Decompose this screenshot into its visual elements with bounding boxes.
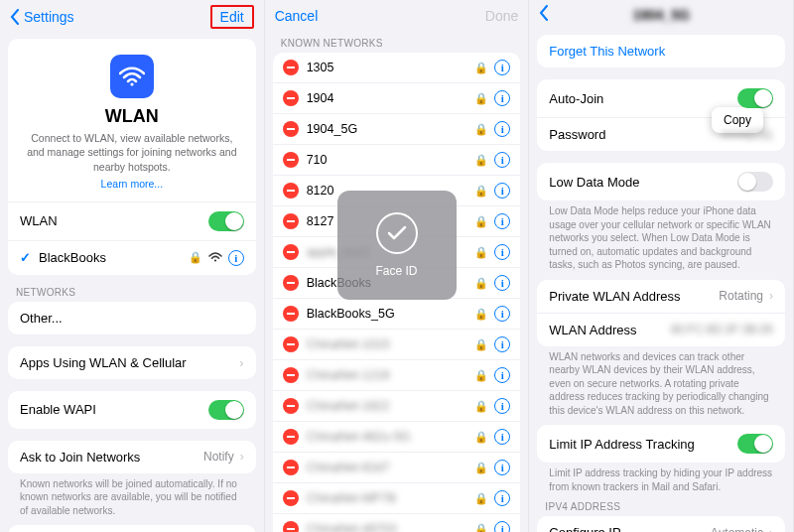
nav-bar: Cancel Done	[265, 0, 529, 32]
back-settings-button[interactable]: Settings	[10, 9, 74, 25]
info-icon[interactable]: i	[494, 152, 510, 168]
settings-wlan-panel: Settings Edit WLAN Connect to WLAN, view…	[0, 0, 265, 532]
lock-icon: 🔒	[474, 215, 488, 228]
known-network-row[interactable]: 1904🔒i	[273, 82, 521, 113]
known-network-row[interactable]: ChinaNet-MP7B🔒i	[273, 482, 521, 513]
limit-ip-toggle[interactable]	[737, 434, 773, 454]
wlan-hero-card: WLAN Connect to WLAN, view available net…	[8, 39, 256, 275]
faceid-check-icon	[376, 212, 418, 254]
known-network-row[interactable]: BlackBooks_5G🔒i	[273, 298, 521, 329]
auto-join-hotspot-row[interactable]: Auto-Join Hotspot Ask to Join ›	[8, 525, 256, 532]
info-icon[interactable]: i	[494, 213, 510, 229]
ask-to-join-row[interactable]: Ask to Join Networks Notify ›	[8, 441, 256, 473]
connected-network-name: BlackBooks	[39, 250, 106, 265]
auto-join-toggle[interactable]	[737, 88, 773, 108]
delete-icon[interactable]	[283, 60, 299, 75]
info-icon[interactable]: i	[494, 306, 510, 322]
info-icon[interactable]: i	[494, 367, 510, 383]
delete-icon[interactable]	[283, 90, 299, 106]
cancel-button[interactable]: Cancel	[275, 8, 319, 24]
delete-icon[interactable]	[283, 367, 299, 383]
known-network-row[interactable]: ChinaNet-48703🔒i	[273, 513, 521, 532]
low-data-toggle[interactable]	[737, 172, 773, 192]
ipv4-header: IPV4 ADDRESS	[537, 501, 785, 516]
lock-icon: 🔒	[474, 62, 488, 74]
configure-ip-row[interactable]: Configure IP Automatic›	[537, 516, 785, 532]
lock-icon: 🔒	[474, 369, 488, 382]
lock-icon: 🔒	[474, 277, 488, 290]
known-network-row[interactable]: ChinaNet-1218🔒i	[273, 359, 521, 390]
apps-using-wlan-row[interactable]: Apps Using WLAN & Cellular ›	[8, 346, 256, 379]
delete-icon[interactable]	[283, 121, 299, 137]
learn-more-link[interactable]: Learn more...	[101, 178, 163, 190]
delete-icon[interactable]	[283, 306, 299, 322]
limit-ip-tracking-row: Limit IP Address Tracking	[537, 425, 785, 463]
known-network-row[interactable]: ChinaNet-462u-5G🔒i	[273, 421, 521, 452]
network-name: ChinaNet-1015	[307, 337, 390, 351]
info-icon[interactable]: i	[494, 398, 510, 414]
delete-icon[interactable]	[283, 213, 299, 229]
other-label: Other...	[20, 311, 63, 326]
network-name: 8127	[307, 214, 334, 228]
known-network-row[interactable]: 710🔒i	[273, 144, 521, 175]
network-name: BlackBooks_5G	[307, 307, 395, 321]
low-data-label: Low Data Mode	[549, 175, 639, 190]
network-name: ChinaNet-48703	[307, 522, 397, 532]
info-icon[interactable]: i	[494, 60, 510, 75]
checkmark-icon: ✓	[20, 250, 31, 265]
wlan-toggle[interactable]	[208, 211, 244, 231]
wlan-toggle-row: WLAN	[8, 201, 256, 240]
delete-icon[interactable]	[283, 398, 299, 414]
forget-network-row[interactable]: Forget This Network	[537, 35, 785, 67]
delete-icon[interactable]	[283, 490, 299, 506]
network-name: ChinaNet-82d7	[307, 461, 390, 474]
network-name: 1904_5G	[307, 122, 357, 136]
lock-icon: 🔒	[474, 92, 488, 105]
delete-icon[interactable]	[283, 460, 299, 475]
faceid-label: Face ID	[375, 264, 417, 278]
low-data-mode-row: Low Data Mode	[537, 163, 785, 200]
wifi-signal-icon	[208, 251, 222, 265]
connected-network-row[interactable]: ✓ BlackBooks 🔒 i	[8, 240, 256, 275]
info-icon[interactable]: i	[494, 183, 510, 199]
back-button[interactable]	[539, 5, 549, 24]
info-icon[interactable]: i	[228, 250, 244, 266]
info-icon[interactable]: i	[494, 90, 510, 106]
network-name: ChinaNet-462u-5G	[307, 430, 411, 444]
known-network-row[interactable]: 1305🔒i	[273, 53, 521, 82]
wlan-address-help: WLAN networks and devices can track othe…	[537, 350, 785, 426]
private-wlan-address-row[interactable]: Private WLAN Address Rotating›	[537, 280, 785, 313]
other-network-row[interactable]: Other...	[8, 302, 256, 334]
wlan-label: WLAN	[20, 213, 58, 228]
delete-icon[interactable]	[283, 336, 299, 352]
lock-icon: 🔒	[474, 400, 488, 413]
info-icon[interactable]: i	[494, 490, 510, 506]
lock-icon: 🔒	[474, 246, 488, 259]
enable-wapi-toggle[interactable]	[208, 400, 244, 420]
info-icon[interactable]: i	[494, 121, 510, 137]
delete-icon[interactable]	[283, 275, 299, 291]
done-button[interactable]: Done	[485, 8, 518, 24]
info-icon[interactable]: i	[494, 460, 510, 475]
info-icon[interactable]: i	[494, 244, 510, 260]
delete-icon[interactable]	[283, 521, 299, 532]
network-name: 710	[307, 153, 328, 167]
known-network-row[interactable]: ChinaNet-1015🔒i	[273, 329, 521, 359]
info-icon[interactable]: i	[494, 275, 510, 291]
known-network-row[interactable]: ChinaNet-1822🔒i	[273, 390, 521, 421]
known-network-row[interactable]: 1904_5G🔒i	[273, 113, 521, 144]
lock-icon: 🔒	[474, 308, 488, 321]
lock-icon: 🔒	[474, 431, 488, 444]
info-icon[interactable]: i	[494, 336, 510, 352]
delete-icon[interactable]	[283, 152, 299, 168]
wifi-app-icon	[110, 55, 154, 98]
delete-icon[interactable]	[283, 183, 299, 199]
info-icon[interactable]: i	[494, 521, 510, 532]
chevron-right-icon: ›	[769, 526, 773, 532]
delete-icon[interactable]	[283, 244, 299, 260]
info-icon[interactable]: i	[494, 429, 510, 445]
edit-button-highlight: Edit	[210, 5, 254, 29]
delete-icon[interactable]	[283, 429, 299, 445]
known-network-row[interactable]: ChinaNet-82d7🔒i	[273, 452, 521, 482]
edit-button[interactable]: Edit	[220, 9, 244, 25]
